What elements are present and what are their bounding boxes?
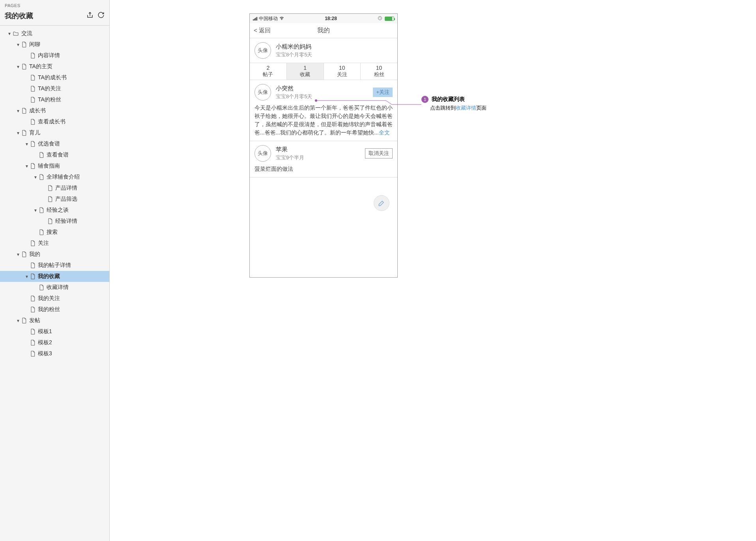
expand-arrow-icon[interactable]: ▼ — [16, 65, 21, 69]
tree-item[interactable]: ▼经验之谈 — [0, 205, 109, 216]
list-item[interactable]: 头像小突然宝宝8个月零5天+关注今天是小糯米出生后的第一个新年，爸爸买了件红色的… — [250, 80, 397, 141]
tree-item[interactable]: ▼我的收藏 — [0, 271, 109, 282]
tree-item[interactable]: 模板1 — [0, 326, 109, 337]
page-icon — [30, 351, 36, 357]
tree-item[interactable]: ▼发帖 — [0, 315, 109, 326]
item-sub: 宝宝8个月零5天 — [276, 93, 368, 100]
tree-item[interactable]: TA的关注 — [0, 83, 109, 94]
page-icon — [39, 207, 44, 213]
battery-icon — [385, 17, 394, 21]
profile-sub: 宝宝8个月零5天 — [276, 51, 312, 58]
page-title-row: 我的收藏 — [0, 9, 109, 26]
tree-item[interactable]: ▼育儿 — [0, 127, 109, 138]
tree-item[interactable]: ▼辅食指南 — [0, 160, 109, 172]
page-icon — [21, 41, 27, 48]
tree-item-label: 闲聊 — [29, 41, 40, 48]
tree-item[interactable]: 内容详情 — [0, 50, 109, 61]
tree-item[interactable]: 我的关注 — [0, 293, 109, 304]
tree-item[interactable]: ▼优选食谱 — [0, 138, 109, 149]
expand-arrow-icon[interactable]: ▼ — [24, 274, 29, 279]
page-icon — [30, 52, 36, 59]
sync-icon — [378, 16, 382, 22]
tree-item[interactable]: TA的粉丝 — [0, 94, 109, 105]
tree-item-label: 辅食指南 — [38, 162, 60, 170]
compose-fab[interactable] — [374, 195, 389, 211]
annotation-body: 点击跳转到收藏详情页面 — [430, 104, 487, 112]
canvas: 中国移动 18:28 < 返回 我的 头像 小糯米的妈妈 宝宝8个月零 — [110, 0, 756, 541]
tree-item[interactable]: 产品筛选 — [0, 194, 109, 205]
profile-name: 小糯米的妈妈 — [276, 43, 312, 50]
page-icon — [21, 317, 27, 324]
tree-item[interactable]: 模板2 — [0, 337, 109, 348]
expand-arrow-icon[interactable]: ▼ — [24, 164, 29, 168]
avatar[interactable]: 头像 — [254, 145, 271, 162]
follow-button[interactable]: +关注 — [373, 88, 393, 97]
tree-item-label: 模板2 — [38, 339, 52, 346]
stat-label: 帖子 — [250, 71, 286, 78]
expand-arrow-icon[interactable]: ▼ — [33, 175, 38, 179]
tree-item[interactable]: ▼TA的主页 — [0, 61, 109, 72]
expand-arrow-icon[interactable]: ▼ — [16, 319, 21, 323]
page-title: 我的收藏 — [5, 11, 33, 21]
profile-header: 头像 小糯米的妈妈 宝宝8个月零5天 — [250, 38, 397, 63]
favorites-list: 头像小突然宝宝8个月零5天+关注今天是小糯米出生后的第一个新年，爸爸买了件红色的… — [250, 80, 397, 177]
item-name: 苹果 — [276, 146, 360, 153]
expand-arrow-icon[interactable]: ▼ — [16, 43, 21, 47]
page-icon — [30, 119, 36, 125]
expand-arrow-icon[interactable]: ▼ — [24, 142, 29, 146]
expand-arrow-icon[interactable]: ▼ — [7, 32, 12, 36]
share-icon[interactable] — [86, 11, 94, 20]
expand-arrow-icon[interactable]: ▼ — [16, 252, 21, 257]
status-time: 18:28 — [325, 16, 337, 21]
item-info: 苹果宝宝9个半月 — [276, 146, 360, 161]
annotation: 1 我的收藏列表 点击跳转到收藏详情页面 — [421, 95, 487, 112]
tree-item[interactable]: ▼我的 — [0, 249, 109, 260]
expand-arrow-icon[interactable]: ▼ — [16, 109, 21, 113]
annotation-link[interactable]: 收藏详情 — [456, 105, 476, 111]
fulltext-link[interactable]: 全文 — [379, 129, 390, 136]
tree-item[interactable]: 模板3 — [0, 348, 109, 359]
tree-item[interactable]: 搜索 — [0, 227, 109, 238]
tree-item[interactable]: 产品详情 — [0, 183, 109, 194]
page-icon — [30, 328, 36, 335]
stat-tab[interactable]: 10粉丝 — [360, 63, 397, 80]
item-info: 小突然宝宝8个月零5天 — [276, 85, 368, 100]
tree-item[interactable]: 我的粉丝 — [0, 304, 109, 315]
tree-item[interactable]: 我的帖子详情 — [0, 260, 109, 271]
tree-item[interactable]: 查看成长书 — [0, 116, 109, 127]
page-icon — [39, 174, 44, 180]
refresh-icon[interactable] — [97, 11, 105, 20]
phone-mockup: 中国移动 18:28 < 返回 我的 头像 小糯米的妈妈 宝宝8个月零 — [249, 13, 398, 278]
back-button[interactable]: < 返回 — [250, 27, 271, 34]
stat-tab[interactable]: 2帖子 — [250, 63, 286, 80]
list-item[interactable]: 头像苹果宝宝9个半月取消关注菠菜烂面的做法 — [250, 141, 397, 177]
page-icon — [21, 130, 27, 136]
tree-item[interactable]: ▼交流 — [0, 28, 109, 39]
tree-item[interactable]: ▼成长书 — [0, 105, 109, 116]
avatar[interactable]: 头像 — [254, 84, 271, 101]
tree-item[interactable]: 关注 — [0, 238, 109, 249]
stat-label: 粉丝 — [361, 71, 397, 78]
tree-item[interactable]: TA的成长书 — [0, 72, 109, 83]
tree-item[interactable]: ▼闲聊 — [0, 39, 109, 50]
stat-number: 2 — [250, 65, 286, 71]
status-right — [378, 16, 394, 22]
expand-arrow-icon[interactable]: ▼ — [16, 131, 21, 135]
tree-item-label: 查看成长书 — [38, 118, 65, 125]
tree-item[interactable]: 经验详情 — [0, 216, 109, 227]
page-tree[interactable]: ▼交流▼闲聊内容详情▼TA的主页TA的成长书TA的关注TA的粉丝▼成长书查看成长… — [0, 26, 109, 541]
stat-tab[interactable]: 10关注 — [324, 63, 361, 80]
tree-item[interactable]: ▼全球辅食介绍 — [0, 172, 109, 183]
unfollow-button[interactable]: 取消关注 — [365, 148, 393, 159]
tree-item[interactable]: 查看食谱 — [0, 149, 109, 160]
avatar[interactable]: 头像 — [254, 42, 271, 59]
expand-arrow-icon[interactable]: ▼ — [33, 208, 38, 213]
tree-item-label: 查看食谱 — [47, 151, 69, 159]
stat-label: 关注 — [324, 71, 361, 78]
page-icon — [30, 306, 36, 313]
tree-item[interactable]: 收藏详情 — [0, 282, 109, 293]
stat-tab[interactable]: 1收藏 — [286, 63, 324, 80]
carrier-label: 中国移动 — [259, 15, 278, 22]
page-icon — [30, 141, 36, 147]
title-actions — [86, 11, 105, 20]
